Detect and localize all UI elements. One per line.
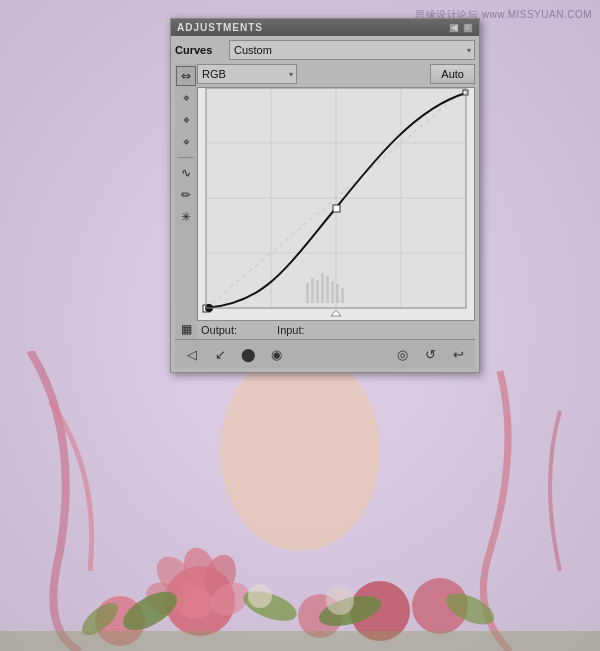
eyedropper2-button[interactable]: ⌖ [176,110,196,130]
adjustments-panel: ADJUSTMENTS ◀ ≡ Curves Custom Default St… [170,18,480,373]
svg-rect-28 [306,283,309,303]
curves-graph [198,88,474,318]
eyedropper3-button[interactable]: ⌖ [176,132,196,152]
output-label: Output: [201,324,237,336]
bottom-toolbar: ◁ ↙ ⬤ ◉ ◎ ↺ ↩ [175,339,475,368]
eyedropper1-button[interactable]: ⌖ [176,88,196,108]
preset-select-wrapper: Custom Default Strong Contrast Linear Co… [229,40,475,60]
svg-rect-31 [321,273,324,303]
layer-toggle-button[interactable]: ⬤ [237,344,259,364]
eye-button[interactable]: ◉ [265,344,287,364]
star-button[interactable]: ✳ [176,207,196,227]
next-button[interactable]: ↙ [209,344,231,364]
svg-rect-29 [311,278,314,303]
pencil-button[interactable]: ✏ [176,185,196,205]
reset-button[interactable]: ↺ [419,344,441,364]
svg-rect-34 [336,284,339,303]
toolbar-right: ◎ ↺ ↩ [391,344,469,364]
eye-right-button[interactable]: ◎ [391,344,413,364]
rgb-row: RGB Red Green Blue ▾ Auto [197,64,475,84]
svg-rect-33 [331,281,334,303]
toolbar-left: ◁ ↙ ⬤ ◉ [181,344,287,364]
panel-title: ADJUSTMENTS [177,22,263,33]
curves-label: Curves [175,44,223,56]
titlebar-controls: ◀ ≡ [449,23,473,33]
histogram-button[interactable]: ▦ [176,319,196,339]
panel-titlebar: ADJUSTMENTS ◀ ≡ [171,19,479,36]
svg-rect-32 [326,276,329,303]
collapse-button[interactable]: ◀ [449,23,459,33]
curves-header: Curves Custom Default Strong Contrast Li… [175,40,475,60]
input-label: Input: [277,324,305,336]
curves-tools: ⇔ ⌖ ⌖ ⌖ ∿ ✏ ✳ ▦ [175,64,197,339]
curves-graph-container[interactable] [197,87,475,321]
svg-rect-37 [333,205,340,212]
channel-select[interactable]: RGB Red Green Blue [197,64,297,84]
tool-separator1 [178,157,194,158]
channel-select-wrapper: RGB Red Green Blue ▾ [197,64,297,84]
prev-button[interactable]: ◁ [181,344,203,364]
delete-button[interactable]: ↩ [447,344,469,364]
panel-body: Curves Custom Default Strong Contrast Li… [171,36,479,372]
curve-view-button[interactable]: ∿ [176,163,196,183]
svg-rect-35 [341,288,344,303]
svg-rect-30 [316,280,319,303]
auto-button[interactable]: Auto [430,64,475,84]
preset-select[interactable]: Custom Default Strong Contrast Linear Co… [229,40,475,60]
curves-main-area: ⇔ ⌖ ⌖ ⌖ ∿ ✏ ✳ ▦ RGB Red [175,64,475,339]
move-tool-button[interactable]: ⇔ [176,66,196,86]
svg-marker-39 [331,310,341,316]
output-input-row: Output: Input: [197,321,475,339]
menu-button[interactable]: ≡ [463,23,473,33]
curves-graph-area: RGB Red Green Blue ▾ Auto [197,64,475,339]
